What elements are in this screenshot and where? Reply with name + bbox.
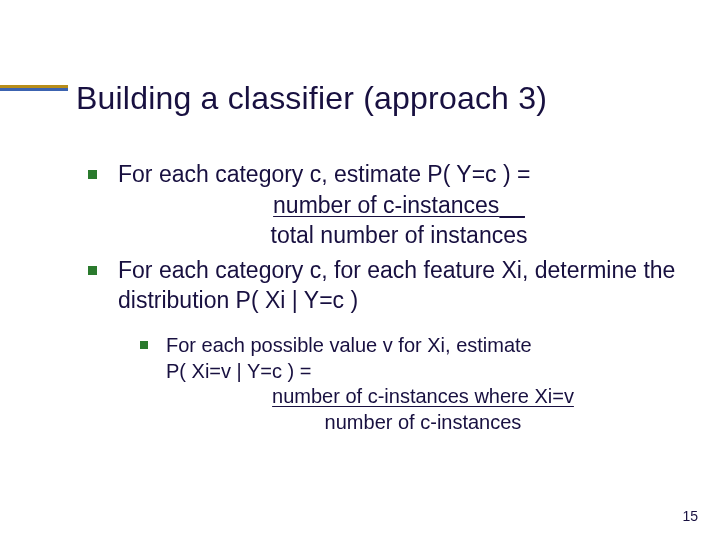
sub-bullet-1-line1: For each possible value v for Xi, estima…: [166, 334, 532, 356]
sub-bullet-1: For each possible value v for Xi, estima…: [130, 333, 680, 384]
bullet-1: For each category c, estimate P( Y=c ) =: [76, 160, 680, 189]
fraction-1-numerator: number of c-instances: [273, 192, 525, 218]
sub-bullet-1-line2: P( Xi=v | Y=c ) =: [166, 360, 311, 382]
sub-bullets: For each possible value v for Xi, estima…: [130, 333, 680, 435]
bullet-icon: [88, 170, 97, 179]
fraction-1-num-trail: [499, 192, 525, 218]
bullet-icon: [88, 266, 97, 275]
fraction-2-numerator: number of c-instances where Xi=v: [272, 385, 574, 407]
fraction-2: number of c-instances where Xi=v number …: [167, 384, 643, 435]
slide-body: For each category c, estimate P( Y=c ) =…: [76, 160, 680, 436]
fraction-1: number of c-instances total number of in…: [147, 191, 609, 250]
slide-title: Building a classifier (approach 3): [76, 80, 696, 117]
bullet-icon: [140, 341, 148, 349]
bullet-2: For each category c, for each feature Xi…: [76, 256, 680, 315]
slide: Building a classifier (approach 3) For e…: [0, 0, 720, 540]
fraction-1-denominator: total number of instances: [271, 222, 528, 248]
bullet-2-text: For each category c, for each feature Xi…: [118, 257, 675, 312]
bullet-1-text: For each category c, estimate P( Y=c ) =: [118, 161, 530, 187]
page-number: 15: [682, 508, 698, 524]
fraction-2-denominator: number of c-instances: [325, 411, 522, 433]
title-wrap: Building a classifier (approach 3): [76, 80, 696, 117]
fraction-1-num-text: number of c-instances: [273, 192, 499, 218]
title-rule: [0, 85, 68, 91]
